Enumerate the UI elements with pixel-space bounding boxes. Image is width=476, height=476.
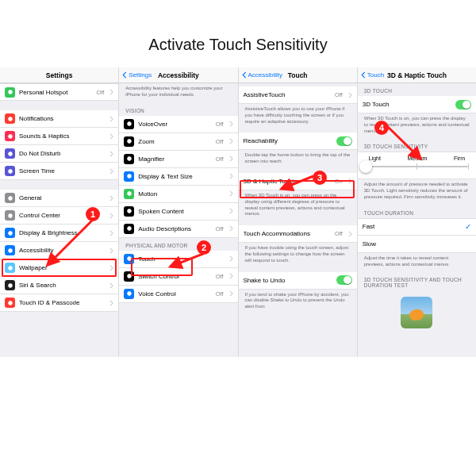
3d-touch-toggle-row[interactable]: 3D Touch xyxy=(358,96,476,113)
settings-row[interactable]: Do Not Disturb xyxy=(0,145,118,163)
settings-row[interactable]: Control Center xyxy=(0,207,118,225)
chevron-right-icon xyxy=(229,273,233,279)
row-label: Touch xyxy=(138,255,225,263)
row-label: 3D Touch xyxy=(363,101,451,108)
svg-point-7 xyxy=(8,231,12,235)
accessibility-row[interactable]: Motion xyxy=(119,186,237,203)
step-badge-2: 2 xyxy=(197,240,211,255)
step-badge-4: 4 xyxy=(374,121,389,135)
accessibility-row[interactable]: Display & Text Size xyxy=(119,168,237,186)
row-label: Reachability xyxy=(244,137,332,144)
duration-row[interactable]: Slow xyxy=(358,236,476,253)
accessibility-row[interactable]: Switch ControlOff xyxy=(119,268,237,286)
svg-point-15 xyxy=(127,175,131,178)
chevron-right-icon xyxy=(229,290,233,297)
nav-title: Accessibility xyxy=(158,71,199,79)
nav-title: 3D & Haptic Touch xyxy=(387,71,447,79)
nav-bar: Settings Accessibility xyxy=(119,67,237,83)
chevron-right-icon xyxy=(109,300,113,306)
accessibility-row[interactable]: MagnifierOff xyxy=(119,151,237,168)
row-label: Touch Accommodations xyxy=(244,230,331,237)
accessibility-row[interactable]: Voice ControlOff xyxy=(119,286,237,303)
accessibility-list: VISIONVoiceOverOffZoomOffMagnifierOffDis… xyxy=(119,103,237,303)
row-label: Spoken Content xyxy=(138,208,225,215)
step-badge-3: 3 xyxy=(313,171,327,185)
row-label: VoiceOver xyxy=(138,121,211,128)
row-label: Do Not Disturb xyxy=(19,150,106,157)
row-label: Audio Descriptions xyxy=(138,225,211,232)
settings-row[interactable]: Notifications xyxy=(0,110,118,128)
toggle-switch[interactable] xyxy=(336,136,352,146)
svg-point-20 xyxy=(127,274,131,278)
footnote: Adjust the time it takes to reveal conte… xyxy=(358,253,476,273)
accessibility-row[interactable]: ZoomOff xyxy=(119,133,237,151)
touch-row[interactable]: AssistiveTouchOff xyxy=(239,86,357,104)
group-header: TOUCH DURATION xyxy=(358,205,476,218)
settings-row[interactable]: Siri & Search xyxy=(0,277,118,294)
chevron-right-icon xyxy=(229,190,233,197)
app-icon xyxy=(124,119,134,129)
accessibility-row[interactable]: Spoken Content xyxy=(119,203,237,221)
accessibility-row[interactable]: Audio DescriptionsOff xyxy=(119,221,237,238)
settings-row[interactable]: Accessibility xyxy=(0,242,118,259)
back-button[interactable]: Accessibility xyxy=(242,71,283,79)
svg-point-8 xyxy=(8,248,12,252)
row-value: Off xyxy=(216,225,224,232)
app-icon xyxy=(5,148,15,159)
row-label: Slow xyxy=(363,240,471,248)
touch-column: Accessibility Touch AssistiveTouchOffAss… xyxy=(239,67,358,357)
app-icon xyxy=(124,254,134,264)
app-icon xyxy=(124,154,134,164)
row-label: AssistiveTouch xyxy=(244,91,331,98)
touch-row[interactable]: Shake to Undo xyxy=(239,272,357,290)
app-icon xyxy=(124,289,134,299)
nav-bar: Touch 3D & Haptic Touch xyxy=(358,67,476,83)
svg-point-13 xyxy=(127,140,131,144)
row-value: Off xyxy=(216,273,224,280)
accessibility-row[interactable]: VoiceOverOff xyxy=(119,116,237,133)
row-label: Wallpaper xyxy=(19,264,106,271)
nav-bar: Accessibility Touch xyxy=(239,67,357,83)
svg-point-14 xyxy=(127,157,131,161)
svg-point-1 xyxy=(8,117,12,121)
group-header: PHYSICAL AND MOTOR xyxy=(119,238,237,251)
settings-row[interactable]: Screen Time xyxy=(0,163,118,180)
chevron-right-icon xyxy=(109,168,113,175)
settings-row[interactable]: Touch ID & Passcode xyxy=(0,294,118,312)
row-label: Magnifier xyxy=(138,155,211,163)
footnote: AssistiveTouch allows you to use your iP… xyxy=(239,104,357,129)
svg-point-16 xyxy=(127,192,131,196)
slider-knob[interactable] xyxy=(359,160,372,173)
row-label: Display & Brightness xyxy=(19,229,106,236)
app-icon xyxy=(5,245,15,255)
svg-point-6 xyxy=(8,213,12,217)
group-header: VISION xyxy=(119,103,237,116)
touch-row[interactable]: Touch AccommodationsOff xyxy=(239,225,357,243)
back-button[interactable]: Touch xyxy=(361,71,384,79)
chevron-right-icon xyxy=(229,255,233,262)
svg-point-11 xyxy=(8,301,12,305)
settings-column: Settings Personal HotspotOffNotification… xyxy=(0,67,119,357)
touch-row[interactable]: 3D & Haptic TouchOn xyxy=(239,173,357,190)
test-thumbnail[interactable] xyxy=(401,297,432,328)
settings-row[interactable]: Personal HotspotOff xyxy=(0,83,118,101)
app-icon xyxy=(5,263,15,273)
nav-title: Touch xyxy=(288,71,308,79)
toggle-switch[interactable] xyxy=(336,275,352,285)
duration-list: Fast✓Slow xyxy=(358,218,476,253)
touch-row[interactable]: Reachability xyxy=(239,132,357,150)
footnote: If you have trouble using the touch scre… xyxy=(239,243,357,268)
chevron-right-icon xyxy=(109,213,113,219)
back-button[interactable]: Settings xyxy=(122,71,152,79)
sensitivity-slider[interactable] xyxy=(358,166,476,172)
toggle-switch[interactable] xyxy=(455,100,471,109)
settings-row[interactable]: Sounds & Haptics xyxy=(0,128,118,145)
nav-bar: Settings xyxy=(0,67,118,83)
settings-row[interactable]: Wallpaper xyxy=(0,259,118,277)
duration-row[interactable]: Fast✓ xyxy=(358,218,476,236)
columns: Settings Personal HotspotOffNotification… xyxy=(0,67,476,357)
row-label: Zoom xyxy=(138,138,211,145)
settings-row[interactable]: Display & Brightness xyxy=(0,225,118,242)
accessibility-row[interactable]: Touch xyxy=(119,251,237,268)
settings-row[interactable]: General xyxy=(0,190,118,207)
